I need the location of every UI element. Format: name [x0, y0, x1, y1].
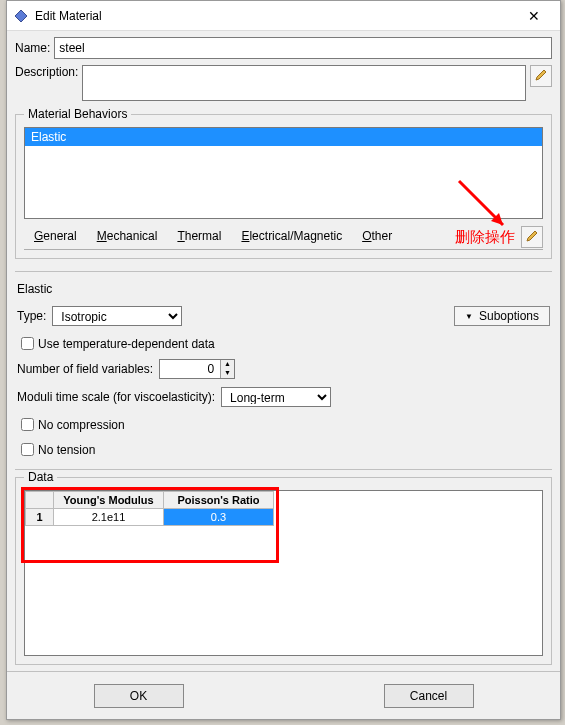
suboptions-label: Suboptions	[479, 309, 539, 323]
table-corner	[26, 492, 54, 509]
type-row: Type: Isotropic Suboptions	[17, 306, 550, 326]
name-row: Name:	[15, 37, 552, 59]
suboptions-button[interactable]: Suboptions	[454, 306, 550, 326]
numvars-down-button[interactable]: ▼	[220, 369, 234, 378]
edit-description-button[interactable]	[530, 65, 552, 87]
use-temp-label: Use temperature-dependent data	[38, 337, 215, 351]
pencil-icon	[534, 68, 548, 85]
data-table-wrap: Young's Modulus Poisson's Ratio 1 2.1e11…	[24, 490, 543, 656]
data-group: Data Young's Modulus Poisson's Ratio 1 2…	[15, 470, 552, 665]
description-row: Description:	[15, 65, 552, 101]
use-temp-row: Use temperature-dependent data	[17, 334, 550, 353]
cell-poisson[interactable]: 0.3	[164, 509, 274, 526]
table-row[interactable]: 1 2.1e11 0.3	[26, 509, 274, 526]
window-title: Edit Material	[35, 9, 514, 23]
numvars-row: Number of field variables: ▲ ▼	[17, 359, 550, 379]
dialog-body: Name: Description: Material Behaviors El…	[7, 31, 560, 671]
menu-general[interactable]: General	[24, 225, 87, 249]
row-index: 1	[26, 509, 54, 526]
description-label: Description:	[15, 65, 78, 79]
edit-behavior-button[interactable]	[521, 226, 543, 248]
name-label: Name:	[15, 41, 50, 55]
numvars-up-button[interactable]: ▲	[220, 360, 234, 369]
table-header-row: Young's Modulus Poisson's Ratio	[26, 492, 274, 509]
dialog-footer: OK Cancel	[7, 671, 560, 719]
no-compression-row: No compression	[17, 415, 550, 434]
behavior-menubar: General Mechanical Thermal Electrical/Ma…	[24, 225, 543, 250]
data-table[interactable]: Young's Modulus Poisson's Ratio 1 2.1e11…	[25, 491, 274, 526]
menu-mechanical[interactable]: Mechanical	[87, 225, 168, 249]
no-compression-label: No compression	[38, 418, 125, 432]
numvars-spinner[interactable]: ▲ ▼	[159, 359, 235, 379]
elastic-section-title: Elastic	[17, 282, 550, 296]
no-tension-checkbox[interactable]	[21, 443, 34, 456]
type-label: Type:	[17, 309, 46, 323]
ok-button[interactable]: OK	[94, 684, 184, 708]
close-button[interactable]: ✕	[514, 4, 554, 28]
material-behaviors-legend: Material Behaviors	[24, 107, 131, 121]
menu-other[interactable]: Other	[352, 225, 402, 249]
cell-youngs[interactable]: 2.1e11	[54, 509, 164, 526]
behavior-item-elastic[interactable]: Elastic	[25, 128, 542, 146]
moduli-select[interactable]: Long-term	[221, 387, 331, 407]
pencil-icon	[525, 229, 539, 246]
cancel-button[interactable]: Cancel	[384, 684, 474, 708]
col-header-poisson: Poisson's Ratio	[164, 492, 274, 509]
svg-marker-0	[15, 10, 27, 22]
no-tension-row: No tension	[17, 440, 550, 459]
type-select[interactable]: Isotropic	[52, 306, 182, 326]
name-input[interactable]	[54, 37, 552, 59]
elastic-section: Elastic Type: Isotropic Suboptions Use t…	[15, 271, 552, 470]
numvars-label: Number of field variables:	[17, 362, 153, 376]
moduli-row: Moduli time scale (for viscoelasticity):…	[17, 387, 550, 407]
delete-annotation-text: 删除操作	[453, 228, 517, 247]
numvars-input[interactable]	[160, 361, 220, 377]
data-legend: Data	[24, 470, 57, 484]
no-compression-checkbox[interactable]	[21, 418, 34, 431]
moduli-label: Moduli time scale (for viscoelasticity):	[17, 390, 215, 404]
menu-thermal[interactable]: Thermal	[167, 225, 231, 249]
no-tension-label: No tension	[38, 443, 95, 457]
menu-electrical-magnetic[interactable]: Electrical/Magnetic	[231, 225, 352, 249]
use-temp-checkbox[interactable]	[21, 337, 34, 350]
material-behaviors-group: Material Behaviors Elastic General Mecha…	[15, 107, 552, 259]
app-icon	[13, 8, 29, 24]
titlebar: Edit Material ✕	[7, 1, 560, 31]
col-header-youngs: Young's Modulus	[54, 492, 164, 509]
behaviors-list[interactable]: Elastic	[24, 127, 543, 219]
description-textarea[interactable]	[82, 65, 526, 101]
edit-material-dialog: Edit Material ✕ Name: Description: Mater…	[6, 0, 561, 720]
